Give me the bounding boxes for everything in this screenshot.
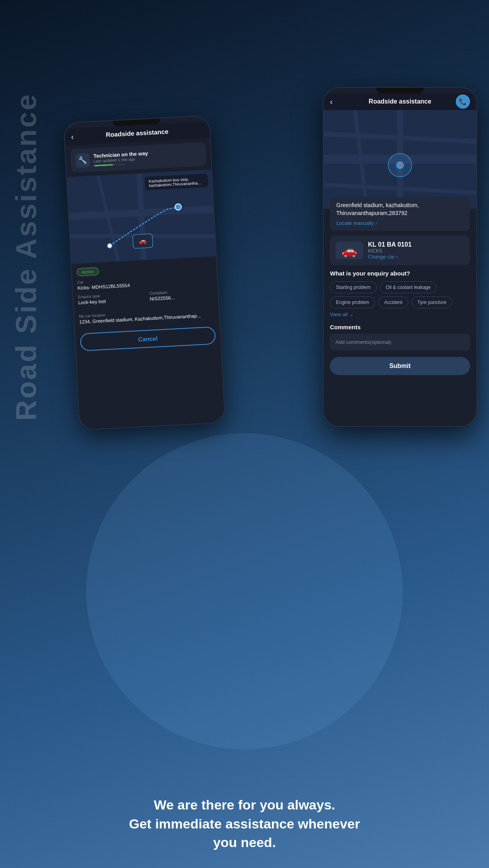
car-image: 🚗 [335, 242, 363, 259]
status-info: Technician on the way Last updated 1 min… [93, 147, 201, 166]
svg-point-6 [107, 243, 112, 248]
view-all-btn[interactable]: View all ⌄ [330, 311, 470, 317]
chevron-right-icon-car: › [396, 254, 398, 260]
front-phone-map: 📍 [324, 110, 476, 209]
chip-engine-problem[interactable]: Engine problem [330, 296, 375, 308]
svg-point-7 [175, 204, 182, 210]
car-model: KICKS [368, 248, 464, 254]
locate-manually-btn[interactable]: Locate manually › [336, 220, 464, 226]
chevron-down-icon: ⌄ [349, 311, 354, 317]
comments-section: Comments Add comments(optional) [324, 324, 476, 351]
vertical-title-container: Road Side Assistance [12, 79, 40, 435]
back-phone-map: 🚗 Kazhakuttom bus stop, kazhakottom,Thir… [67, 170, 216, 264]
phone-back: ‹ Roadside assistance 🔧 Technician on th… [63, 115, 226, 430]
comments-input[interactable]: Add comments(optional) [330, 334, 470, 351]
car-id: KL 01 BA 0101 [368, 241, 464, 248]
back-button-back[interactable]: ‹ [71, 132, 74, 141]
car-card: 🚗 KL 01 BA 0101 KICKS Change car › [330, 236, 470, 265]
change-car-btn[interactable]: Change car › [368, 254, 464, 260]
cancel-button[interactable]: Cancel [80, 326, 216, 351]
back-button-front[interactable]: ‹ [330, 97, 333, 106]
enquiry-section: What is your enquiry about? Starting pro… [324, 270, 476, 317]
bottom-text-section: We are there for you always. Get immedia… [0, 796, 489, 852]
info-enquiry: Enquiry type Lock-key lost [78, 291, 142, 305]
active-badge: Active [76, 267, 99, 276]
background-circle [86, 433, 403, 749]
front-location-text: Greenfield stadium, kazhakuttom, Thiruva… [336, 202, 464, 217]
chip-tyre-puncture[interactable]: Tyre puncture [411, 296, 452, 308]
map-location-label: Kazhakuttom bus stop, kazhakottom,Thiruv… [149, 176, 205, 188]
chip-starting-problem[interactable]: Starting problem [330, 281, 377, 293]
car-info: KL 01 BA 0101 KICKS Change car › [368, 241, 464, 260]
info-complaint: Complaint NIS22556... [149, 288, 213, 302]
progress-bar [94, 163, 126, 166]
back-phone-title: Roadside assistance [106, 128, 169, 138]
phone-icon: 📞 [459, 98, 467, 106]
svg-text:🚗: 🚗 [138, 237, 147, 245]
info-car: Car Kicks- MDHS12BL55554 [77, 273, 213, 291]
location-box: Greenfield stadium, kazhakuttom, Thiruva… [330, 197, 470, 231]
vertical-title: Road Side Assistance [12, 93, 40, 421]
chip-accident[interactable]: Accident [378, 296, 408, 308]
info-row-car: Car Kicks- MDHS12BL55554 [77, 273, 213, 291]
front-phone-title: Roadside assistance [369, 98, 431, 105]
info-row-enquiry: Enquiry type Lock-key lost Complaint NIS… [78, 288, 214, 306]
enquiry-title: What is your enquiry about? [330, 270, 470, 277]
chips-container: Starting problem Oil & coolant leakage E… [330, 281, 470, 308]
status-card: 🔧 Technician on the way Last updated 1 m… [70, 142, 207, 173]
phone-notch-front [376, 88, 424, 93]
phone-call-button[interactable]: 📞 [456, 94, 470, 109]
technician-icon: 🔧 [75, 153, 90, 168]
front-map-svg: 📍 [324, 110, 476, 209]
chip-oil-coolant[interactable]: Oil & coolant leakage [380, 281, 436, 293]
submit-button[interactable]: Submit [330, 357, 470, 375]
back-info-section: Active Car Kicks- MDHS12BL55554 Enquiry … [72, 256, 219, 314]
phones-container: ‹ Roadside assistance 🔧 Technician on th… [40, 63, 481, 478]
comments-title: Comments [330, 324, 470, 330]
chevron-right-icon: › [375, 220, 377, 226]
svg-text:📍: 📍 [397, 163, 403, 168]
front-phone-header: ‹ Roadside assistance 📞 [324, 93, 476, 110]
progress-fill [94, 164, 113, 167]
phone-front: ‹ Roadside assistance 📞 📍 [323, 87, 477, 427]
bottom-tagline: We are there for you always. Get immedia… [24, 796, 465, 852]
